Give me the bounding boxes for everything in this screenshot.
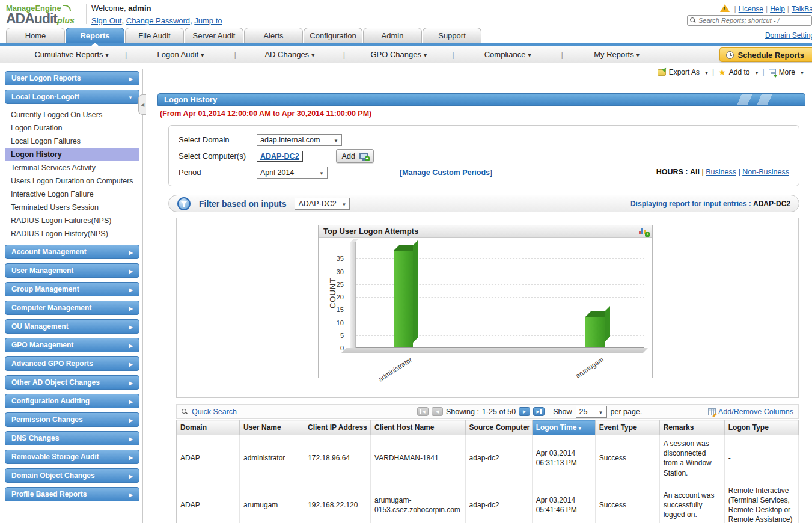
add-computer-button[interactable]: Add bbox=[336, 149, 374, 163]
column-header-client-ip-address[interactable]: Client IP Address bbox=[304, 420, 371, 435]
add-remove-columns-button[interactable]: Add/Remove Columns bbox=[708, 408, 793, 416]
column-header-remarks[interactable]: Remarks bbox=[659, 420, 724, 435]
sidebar-collapse-handle[interactable] bbox=[138, 94, 146, 115]
column-header-client-host-name[interactable]: Client Host Name bbox=[371, 420, 466, 435]
selected-computer-link[interactable]: ADAP-DC2 bbox=[260, 152, 299, 161]
add-to-button[interactable]: ★ Add to bbox=[718, 68, 758, 76]
sidebar-section-configuration-auditing[interactable]: Configuration Auditing bbox=[5, 394, 139, 408]
session-link-jump-to[interactable]: Jump to bbox=[194, 16, 222, 25]
tab-reports[interactable]: Reports bbox=[66, 28, 124, 43]
tab-admin[interactable]: Admin bbox=[363, 28, 422, 43]
chart-bar-arumugam[interactable] bbox=[585, 317, 605, 347]
sidebar-section-gpo-management[interactable]: GPO Management bbox=[5, 338, 139, 352]
sidebar-section-label: Advanced GPO Reports bbox=[11, 359, 129, 368]
first-page-button[interactable]: ◀ bbox=[417, 407, 429, 416]
chevron-right-icon bbox=[129, 415, 133, 424]
sidebar-section-local-logon-logoff[interactable]: Local Logon-Logoff bbox=[5, 90, 139, 104]
domain-select[interactable]: adap.internal.com bbox=[257, 134, 342, 146]
sidebar-item-radius-logon-history-nps[interactable]: RADIUS Logon History(NPS) bbox=[5, 227, 139, 240]
hours-business-link[interactable]: Business bbox=[706, 168, 736, 176]
sidebar-section-removable-storage-audit[interactable]: Removable Storage Audit bbox=[5, 450, 139, 464]
tab-server-audit[interactable]: Server Audit bbox=[185, 28, 243, 43]
column-header-user-name[interactable]: User Name bbox=[240, 420, 304, 435]
schedule-reports-button[interactable]: Schedule Reports bbox=[719, 47, 812, 62]
session-link-change-password[interactable]: Change Password bbox=[126, 16, 190, 25]
search-input[interactable]: Search Reports; shortcut - / bbox=[687, 15, 812, 26]
more-button[interactable]: More bbox=[769, 68, 804, 76]
y-axis-tick-label: 20 bbox=[337, 293, 344, 301]
subnav-item-ad-changes[interactable]: AD Changes bbox=[236, 50, 343, 59]
sidebar-item-radius-logon-failures-nps[interactable]: RADIUS Logon Failures(NPS) bbox=[5, 214, 139, 227]
sidebar-section-computer-management[interactable]: Computer Management bbox=[5, 301, 139, 315]
sidebar-section-profile-based-reports[interactable]: Profile Based Reports bbox=[5, 487, 139, 501]
sidebar-section-other-ad-object-changes[interactable]: Other AD Object Changes bbox=[5, 375, 139, 390]
column-header-logon-time[interactable]: Logon Time bbox=[532, 420, 595, 435]
table-cell: An account was successfully logged on. bbox=[659, 482, 724, 523]
subnav-item-cumulative-reports[interactable]: Cumulative Reports bbox=[18, 50, 125, 59]
export-as-button[interactable]: Export As bbox=[658, 68, 708, 76]
table-cell: Success bbox=[595, 435, 659, 482]
session-link-sign-out[interactable]: Sign Out bbox=[91, 16, 122, 25]
sidebar-item-terminal-services-activity[interactable]: Terminal Services Activity bbox=[5, 161, 139, 174]
utility-link-license[interactable]: License bbox=[739, 5, 763, 13]
prev-page-button[interactable]: ◀ bbox=[432, 407, 443, 416]
subnav-item-gpo-changes[interactable]: GPO Changes bbox=[345, 50, 452, 59]
filter-input-select[interactable]: ADAP-DC2 bbox=[295, 198, 350, 210]
warning-icon[interactable] bbox=[720, 4, 730, 12]
sidebar-section-dns-changes[interactable]: DNS Changes bbox=[5, 431, 139, 445]
tab-alerts[interactable]: Alerts bbox=[244, 28, 303, 43]
tab-configuration[interactable]: Configuration bbox=[304, 28, 362, 43]
chevron-right-icon bbox=[129, 248, 133, 256]
sidebar-section-account-management[interactable]: Account Management bbox=[5, 245, 139, 259]
manage-custom-periods-link[interactable]: [Manage Custom Periods] bbox=[400, 168, 492, 177]
page-size-select[interactable]: 25 bbox=[576, 406, 607, 418]
tab-file-audit[interactable]: File Audit bbox=[125, 28, 184, 43]
utility-link-help[interactable]: Help bbox=[770, 5, 785, 13]
column-header-event-type[interactable]: Event Type bbox=[595, 420, 659, 435]
sidebar-item-local-logon-failures[interactable]: Local Logon Failures bbox=[5, 135, 139, 148]
sidebar-section-user-management[interactable]: User Management bbox=[5, 263, 139, 278]
chevron-right-icon bbox=[129, 341, 133, 349]
period-select[interactable]: April 2014 bbox=[257, 167, 328, 179]
sidebar-section-user-logon-reports[interactable]: User Logon Reports bbox=[5, 71, 139, 85]
y-axis-tick-label: 35 bbox=[337, 255, 344, 262]
tab-support[interactable]: Support bbox=[423, 28, 481, 43]
chart-bar-administrator[interactable] bbox=[394, 251, 413, 348]
sidebar-item-terminated-users-session[interactable]: Terminated Users Session bbox=[5, 201, 139, 214]
chevron-right-icon bbox=[129, 378, 133, 387]
chart-type-icon[interactable] bbox=[639, 227, 649, 236]
filter-bar: Filter based on inputs ADAP-DC2 Displayi… bbox=[168, 195, 799, 212]
column-header-source-computer[interactable]: Source Computer bbox=[465, 420, 532, 435]
utility-link-talkback[interactable]: TalkBack bbox=[792, 5, 812, 13]
report-title-bar: Logon History bbox=[157, 93, 805, 106]
last-page-button[interactable]: ▶ bbox=[533, 407, 545, 416]
sidebar-item-users-logon-duration-on-computers[interactable]: Users Logon Duration on Computers bbox=[5, 174, 139, 188]
sidebar-section-advanced-gpo-reports[interactable]: Advanced GPO Reports bbox=[5, 356, 139, 371]
sidebar-item-logon-history[interactable]: Logon History bbox=[5, 148, 139, 161]
chart-container: Top User Logon Attempts COUNT 0510152025… bbox=[176, 218, 799, 398]
column-header-domain[interactable]: Domain bbox=[177, 420, 240, 435]
quick-search-button[interactable]: Quick Search bbox=[182, 408, 237, 416]
add-button-label: Add bbox=[342, 152, 355, 161]
sidebar-section-group-management[interactable]: Group Management bbox=[5, 282, 139, 296]
next-page-button[interactable]: ▶ bbox=[519, 407, 530, 416]
sidebar-section-ou-management[interactable]: OU Management bbox=[5, 319, 139, 334]
column-header-logon-type[interactable]: Logon Type bbox=[724, 420, 798, 435]
sidebar-section-domain-object-changes[interactable]: Domain Object Changes bbox=[5, 468, 139, 483]
sidebar-section-permission-changes[interactable]: Permission Changes bbox=[5, 412, 139, 427]
sidebar-item-interactive-logon-failure[interactable]: Interactive Logon Failure bbox=[5, 188, 139, 201]
hours-non-business-link[interactable]: Non-Business bbox=[742, 168, 789, 176]
domain-settings-link[interactable]: Domain Settings bbox=[765, 31, 812, 40]
hours-all[interactable]: All bbox=[690, 168, 700, 176]
subnav-item-compliance[interactable]: Compliance bbox=[454, 50, 561, 59]
sidebar-item-logon-duration[interactable]: Logon Duration bbox=[5, 121, 139, 135]
column-header-label: Event Type bbox=[599, 423, 637, 432]
tab-home[interactable]: Home bbox=[6, 28, 65, 43]
subnav-item-logon-audit[interactable]: Logon Audit bbox=[127, 50, 234, 59]
subnav-item-my-reports[interactable]: My Reports bbox=[563, 50, 670, 59]
toolbar-separator: | bbox=[763, 68, 765, 76]
main-content: Export As | ★ Add to | More Logon Histor… bbox=[157, 63, 812, 523]
sidebar-section-label: OU Management bbox=[11, 322, 129, 331]
sidebar-item-currently-logged-on-users[interactable]: Currently Logged On Users bbox=[5, 108, 139, 121]
chart-panel: Top User Logon Attempts COUNT 0510152025… bbox=[318, 225, 653, 378]
